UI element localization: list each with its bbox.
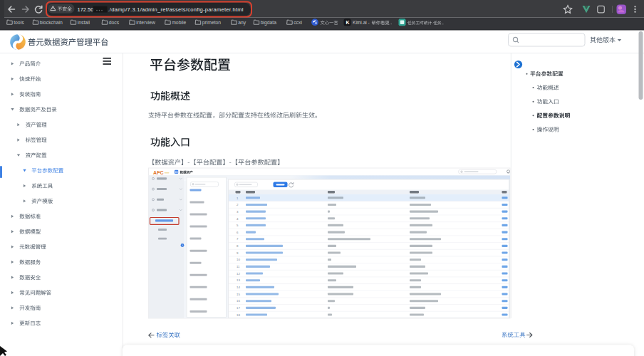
svg-text:bigdata: bigdata	[261, 20, 277, 26]
svg-text:15: 15	[237, 293, 240, 296]
svg-text:14: 14	[237, 286, 240, 289]
svg-text:18: 18	[237, 313, 240, 317]
svg-text:any: any	[238, 20, 246, 26]
svg-text:K: K	[346, 20, 350, 25]
svg-text:primeton: primeton	[202, 20, 222, 26]
svg-text:17: 17	[237, 306, 240, 310]
svg-text:AFC: AFC	[153, 170, 164, 175]
svg-text:12: 12	[237, 272, 240, 276]
svg-text:install: install	[78, 20, 90, 25]
svg-text:tools: tools	[14, 20, 24, 25]
svg-text:172.50.: 172.50.	[78, 6, 95, 13]
svg-text:blockchain: blockchain	[40, 20, 63, 25]
svg-text:10: 10	[237, 258, 240, 261]
svg-text:16: 16	[237, 299, 240, 303]
svg-text:interview: interview	[136, 20, 155, 25]
svg-text:13: 13	[237, 278, 240, 282]
svg-text:Kimi.ai -: Kimi.ai -	[353, 20, 370, 25]
svg-text:./damp/7.3.1/admin_ref/assets/: ./damp/7.3.1/admin_ref/assets/config-par…	[108, 6, 244, 13]
svg-text:mobile: mobile	[172, 20, 186, 25]
svg-text:docs: docs	[109, 20, 120, 25]
svg-text:ccxi: ccxi	[294, 20, 302, 25]
svg-text:11: 11	[237, 265, 240, 268]
